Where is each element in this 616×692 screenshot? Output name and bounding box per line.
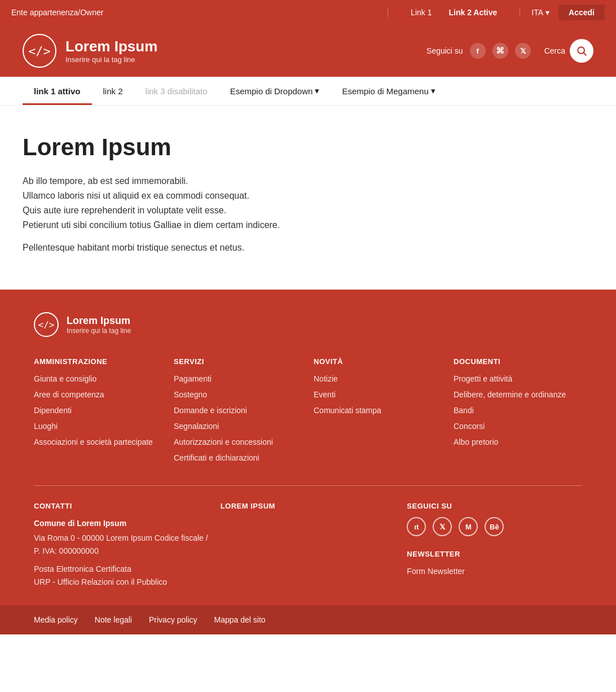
footer-logo-icon: </>: [34, 312, 59, 337]
twitter-footer-icon[interactable]: 𝕏: [433, 517, 452, 536]
paragraph-4: Petierunt uti sibi concilium totius Gall…: [23, 218, 593, 232]
footer-link-autorizzazioni[interactable]: Autorizzazioni e concessioni: [174, 437, 273, 446]
footer-link-sostegno[interactable]: Sostegno: [174, 390, 207, 399]
footer-logo-text: Lorem Ipsum Inserire qui la tag line: [67, 315, 131, 335]
contatti-urp[interactable]: URP - Ufficio Relazioni con il Pubblico: [34, 576, 209, 588]
site-header: </> Lorem Ipsum Inserire qui la tag line…: [0, 25, 616, 77]
facebook-icon[interactable]: f: [470, 43, 486, 59]
footer-col-documenti: DOCUMENTI Progetti e attività Delibere, …: [454, 357, 582, 468]
bottom-bar: Media policy Note legali Privacy policy …: [0, 605, 616, 634]
footer-link-progetti[interactable]: Progetti e attività: [454, 374, 512, 383]
accedi-button[interactable]: Accedi: [558, 5, 605, 20]
chevron-down-icon: ▾: [545, 8, 549, 17]
footer-lorem-ipsum: LOREM IPSUM: [221, 502, 396, 588]
footer-columns: AMMINISTRAZIONE Giunta e consiglio Aree …: [34, 357, 582, 468]
footer-tagline: Inserire qui la tag line: [67, 327, 131, 335]
footer-col-3-links: Notizie Eventi Comunicati stampa: [314, 374, 442, 415]
main-nav: link 1 attivo link 2 link 3 disabilitato…: [0, 77, 616, 106]
footer-link-dipendenti[interactable]: Dipendenti: [34, 406, 72, 415]
footer-col-4-links: Progetti e attività Delibere, determine …: [454, 374, 582, 447]
media-policy-link[interactable]: Media policy: [34, 615, 78, 624]
logo-area[interactable]: </> Lorem Ipsum Inserire qui la tag line: [23, 34, 157, 68]
footer-col-3-heading: NOVITÀ: [314, 357, 442, 366]
footer-link-associazioni[interactable]: Associazioni e società partecipate: [34, 437, 153, 446]
lang-label: ITA: [531, 8, 543, 17]
it-icon[interactable]: ıt: [407, 517, 426, 536]
footer-link-certificati[interactable]: Certificati e dichiarazioni: [174, 453, 259, 462]
footer-col-1-heading: AMMINISTRAZIONE: [34, 357, 162, 366]
search-icon: [576, 45, 587, 56]
behance-icon[interactable]: Bē: [485, 517, 504, 536]
footer-site-name: Lorem Ipsum: [67, 315, 131, 327]
twitter-icon[interactable]: 𝕏: [515, 43, 531, 59]
footer-link-bandi[interactable]: Bandi: [454, 406, 474, 415]
nav-item-1[interactable]: link 1 attivo: [23, 77, 92, 105]
contatti-pec[interactable]: Posta Elettronica Certificata: [34, 563, 209, 575]
footer-link-luoghi[interactable]: Luoghi: [34, 422, 58, 431]
page-body: Ab illo tempore, ab est sed immemorabili…: [23, 174, 593, 255]
paragraph-2: Ullamco laboris nisi ut aliquid ex ea co…: [23, 189, 593, 203]
site-name: Lorem Ipsum: [65, 38, 157, 55]
logo-icon: </>: [23, 34, 56, 68]
footer-link-concorsi[interactable]: Concorsi: [454, 422, 485, 431]
footer-seguici: SEGUICI SU ıt 𝕏 M Bē NEWSLETTER Form New…: [407, 502, 582, 588]
social-area: Seguici su f ⌘ 𝕏: [426, 43, 531, 59]
footer-link-albo[interactable]: Albo pretorio: [454, 437, 498, 446]
paragraph-1: Ab illo tempore, ab est sed immemorabili…: [23, 174, 593, 188]
top-bar-right: ITA ▾ Accedi: [520, 5, 605, 20]
logo-text: Lorem Ipsum Inserire qui la tag line: [65, 38, 157, 64]
top-bar: Ente appartenenza/Owner Link 1 Link 2 Ac…: [0, 0, 616, 25]
footer-link-delibere[interactable]: Delibere, determine e ordinanze: [454, 390, 566, 399]
lorem-ipsum-heading: LOREM IPSUM: [221, 502, 396, 510]
dropdown-chevron-icon: ▾: [315, 86, 319, 96]
megamenu-chevron-icon: ▾: [431, 86, 435, 96]
contatti-org: Comune di Lorem Ipsum: [34, 517, 209, 529]
header-right: Seguici su f ⌘ 𝕏 Cerca: [426, 39, 593, 63]
note-legali-link[interactable]: Note legali: [95, 615, 132, 624]
footer-link-domande[interactable]: Domande e iscrizioni: [174, 406, 247, 415]
footer-link-comunicati[interactable]: Comunicati stampa: [314, 406, 381, 415]
top-link-1[interactable]: Link 1: [411, 8, 432, 17]
footer-link-giunta[interactable]: Giunta e consiglio: [34, 374, 96, 383]
newsletter-heading: NEWSLETTER: [407, 550, 582, 558]
paragraph-5: Pellentesque habitant morbi tristique se…: [23, 241, 593, 255]
nav-item-2[interactable]: link 2: [92, 77, 134, 105]
mappa-sito-link[interactable]: Mappa del sito: [214, 615, 266, 624]
github-icon[interactable]: ⌘: [492, 43, 508, 59]
footer-link-notizie[interactable]: Notizie: [314, 374, 338, 383]
main-content: Lorem Ipsum Ab illo tempore, ab est sed …: [0, 106, 616, 290]
footer-col-2-links: Pagamenti Sostegno Domande e iscrizioni …: [174, 374, 302, 463]
nav-item-3: link 3 disabilitato: [134, 77, 219, 105]
footer-divider: [34, 485, 582, 486]
privacy-policy-link[interactable]: Privacy policy: [149, 615, 197, 624]
contatti-heading: CONTATTI: [34, 502, 209, 510]
footer-link-pagamenti[interactable]: Pagamenti: [174, 374, 212, 383]
footer-link-aree[interactable]: Aree di competenza: [34, 390, 104, 399]
medium-icon[interactable]: M: [459, 517, 478, 536]
svg-point-0: [578, 47, 584, 54]
nav-item-dropdown[interactable]: Esempio di Dropdown ▾: [219, 77, 331, 105]
top-nav-links: Link 1 Link 2 Active: [388, 8, 520, 17]
footer-link-segnalazioni[interactable]: Segnalazioni: [174, 422, 219, 431]
footer-col-amministrazione: AMMINISTRAZIONE Giunta e consiglio Aree …: [34, 357, 162, 468]
top-link-2[interactable]: Link 2 Active: [448, 8, 497, 17]
svg-line-1: [584, 53, 587, 56]
newsletter-link[interactable]: Form Newsletter: [407, 565, 582, 577]
search-area: Cerca: [544, 39, 593, 63]
search-button[interactable]: [570, 39, 593, 63]
seguici-heading: SEGUICI SU: [407, 502, 582, 510]
footer-link-eventi[interactable]: Eventi: [314, 390, 336, 399]
footer-logo[interactable]: </> Lorem Ipsum Inserire qui la tag line: [34, 312, 582, 337]
footer-bottom: CONTATTI Comune di Lorem Ipsum Via Roma …: [34, 502, 582, 588]
footer-main: </> Lorem Ipsum Inserire qui la tag line…: [0, 290, 616, 605]
paragraph-3: Quis aute iure reprehenderit in voluptat…: [23, 204, 593, 217]
footer-contatti: CONTATTI Comune di Lorem Ipsum Via Roma …: [34, 502, 209, 588]
owner-label: Ente appartenenza/Owner: [11, 8, 388, 17]
contatti-address: Via Roma 0 - 00000 Lorem Ipsum Codice fi…: [34, 532, 209, 557]
nav-item-megamenu[interactable]: Esempio di Megamenu ▾: [331, 77, 446, 105]
footer-col-novita: NOVITÀ Notizie Eventi Comunicati stampa: [314, 357, 442, 468]
lang-selector[interactable]: ITA ▾: [531, 8, 549, 17]
footer-col-2-heading: SERVIZI: [174, 357, 302, 366]
site-tagline: Inserire qui la tag line: [65, 55, 157, 64]
footer-col-servizi: SERVIZI Pagamenti Sostegno Domande e isc…: [174, 357, 302, 468]
